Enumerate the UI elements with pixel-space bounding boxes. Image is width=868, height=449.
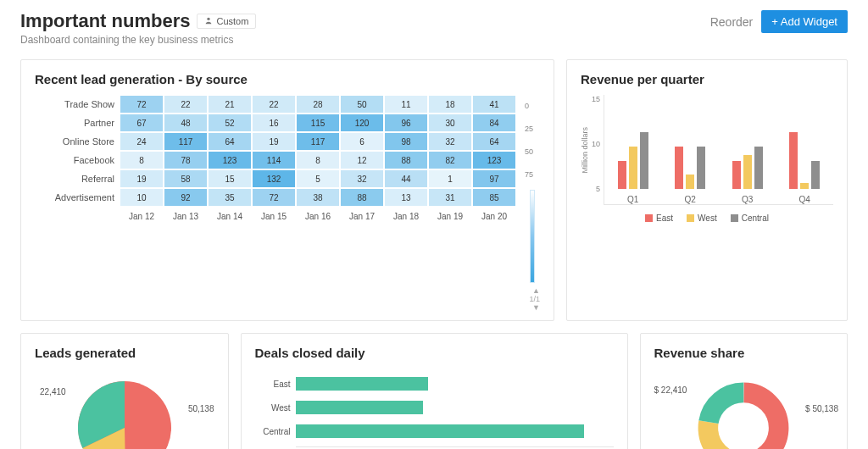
heatmap-col-label: Jan 18 — [385, 212, 427, 221]
revenue-share-card: Revenue share $ 22,410 $ 50,138 $ 27,452… — [640, 333, 849, 449]
heatmap-cell[interactable]: 115 — [297, 114, 339, 131]
heatmap-cell[interactable]: 15 — [209, 170, 251, 187]
heatmap-cell[interactable]: 72 — [120, 96, 163, 113]
heatmap-cell[interactable]: 48 — [164, 114, 207, 131]
heatmap-cell[interactable]: 28 — [297, 96, 339, 113]
donut-label-east: $ 50,138 — [805, 404, 838, 413]
heatmap-cell[interactable]: 117 — [164, 133, 207, 150]
heatmap-cell[interactable]: 19 — [120, 170, 163, 187]
bar-central[interactable] — [811, 161, 820, 189]
revenue-quarter-legend: East West Central — [581, 213, 833, 223]
heatmap-cell[interactable]: 13 — [385, 189, 427, 206]
bar-east[interactable] — [732, 161, 741, 189]
heatmap-cell[interactable]: 31 — [429, 189, 471, 206]
heatmap-cell[interactable]: 78 — [164, 152, 207, 169]
bar-east[interactable] — [789, 132, 798, 189]
legend-central: Central — [742, 213, 769, 223]
heatmap-cell[interactable]: 123 — [473, 152, 515, 169]
heatmap-cell[interactable]: 1 — [429, 170, 471, 187]
heatmap-cell[interactable]: 96 — [385, 114, 427, 131]
heatmap-cell[interactable]: 50 — [341, 96, 383, 113]
bar-xlabel: Q3 — [722, 195, 773, 204]
heatmap-cell[interactable]: 84 — [473, 114, 515, 131]
heatmap-cell[interactable]: 18 — [429, 96, 471, 113]
heatmap-cell[interactable]: 72 — [253, 189, 295, 206]
heatmap-col-label: Jan 12 — [120, 212, 163, 221]
revenue-quarter-yaxis: 15105 — [592, 95, 604, 205]
heatmap-cell[interactable]: 64 — [473, 133, 515, 150]
heatmap-cell[interactable]: 22 — [164, 96, 207, 113]
hbar[interactable] — [296, 377, 429, 391]
hbar[interactable] — [296, 401, 423, 414]
heatmap-cell[interactable]: 16 — [253, 114, 295, 131]
bar-xlabel: Q4 — [779, 195, 830, 204]
heatmap-cell[interactable]: 32 — [429, 133, 471, 150]
heatmap-cell[interactable]: 88 — [385, 152, 427, 169]
heatmap-cell[interactable]: 85 — [473, 189, 515, 206]
heatmap-cell[interactable]: 44 — [385, 170, 427, 187]
leads-generated-title: Leads generated — [35, 346, 214, 360]
revenue-share-title: Revenue share — [654, 346, 834, 360]
heatmap-cell[interactable]: 98 — [385, 133, 427, 150]
heatmap-cell[interactable]: 35 — [209, 189, 251, 206]
heatmap-row-label: Partner — [35, 118, 120, 128]
add-widget-button[interactable]: + Add Widget — [761, 10, 848, 33]
heatmap-cell[interactable]: 97 — [473, 170, 515, 187]
heatmap-cell[interactable]: 6 — [341, 133, 383, 150]
heatmap-cell[interactable]: 5 — [297, 170, 339, 187]
heatmap-cell[interactable]: 114 — [253, 152, 295, 169]
heatmap-cell[interactable]: 10 — [120, 189, 163, 206]
heatmap-col-label: Jan 19 — [429, 212, 471, 221]
bar-west[interactable] — [686, 175, 694, 189]
heatmap-cell[interactable]: 41 — [473, 96, 515, 113]
bar-east[interactable] — [675, 147, 683, 189]
heatmap-row-label: Advertisement — [35, 192, 120, 202]
bar-west[interactable] — [629, 147, 637, 189]
heatmap-title: Recent lead generation - By source — [35, 72, 540, 86]
heatmap-cell[interactable]: 8 — [297, 152, 339, 169]
bar-central[interactable] — [697, 147, 705, 189]
user-icon — [204, 16, 213, 26]
heatmap-col-label: Jan 20 — [473, 212, 515, 221]
heatmap-cell[interactable]: 8 — [120, 152, 163, 169]
bar-central[interactable] — [754, 147, 763, 189]
heatmap-cell[interactable]: 64 — [209, 133, 251, 150]
heatmap-cell[interactable]: 19 — [253, 133, 295, 150]
heatmap-cell[interactable]: 21 — [209, 96, 251, 113]
heatmap-cell[interactable]: 12 — [341, 152, 383, 169]
heatmap-cell[interactable]: 58 — [164, 170, 207, 187]
bar-central[interactable] — [640, 132, 648, 189]
heatmap-cell[interactable]: 52 — [209, 114, 251, 131]
leads-generated-card: Leads generated 22,410 50,138 27,452 Eas… — [20, 333, 229, 449]
heatmap-cell[interactable]: 117 — [297, 133, 339, 150]
heatmap-cell[interactable]: 120 — [341, 114, 383, 131]
legend-east: East — [656, 213, 673, 223]
hbar[interactable] — [296, 424, 585, 438]
heatmap-cell[interactable]: 132 — [253, 170, 295, 187]
hbar-label: Central — [255, 427, 296, 436]
bar-east[interactable] — [618, 161, 626, 189]
legend-west: West — [698, 213, 717, 223]
heatmap-cell[interactable]: 32 — [341, 170, 383, 187]
heatmap-cell[interactable]: 22 — [253, 96, 295, 113]
heatmap-pager[interactable]: ▲ 1/1 ▼ — [525, 286, 540, 312]
heatmap-cell[interactable]: 67 — [120, 114, 163, 131]
custom-button-label: Custom — [216, 16, 248, 26]
heatmap-cell[interactable]: 24 — [120, 133, 163, 150]
hbar-label: West — [255, 403, 296, 413]
pie-label-east: 50,138 — [188, 404, 214, 413]
heatmap-scale-tick: 75 — [525, 164, 540, 186]
heatmap-cell[interactable]: 92 — [164, 189, 207, 206]
heatmap-cell[interactable]: 88 — [341, 189, 383, 206]
bar-west[interactable] — [743, 155, 752, 189]
heatmap-row-label: Facebook — [35, 155, 120, 165]
heatmap-cell[interactable]: 82 — [429, 152, 471, 169]
heatmap-cell[interactable]: 30 — [429, 114, 471, 131]
heatmap-row-label: Online Store — [35, 136, 120, 147]
reorder-link[interactable]: Reorder — [710, 15, 754, 29]
heatmap-cell[interactable]: 38 — [297, 189, 339, 206]
bar-west[interactable] — [800, 183, 809, 189]
custom-button[interactable]: Custom — [197, 14, 256, 29]
heatmap-cell[interactable]: 11 — [385, 96, 427, 113]
heatmap-cell[interactable]: 123 — [209, 152, 251, 169]
